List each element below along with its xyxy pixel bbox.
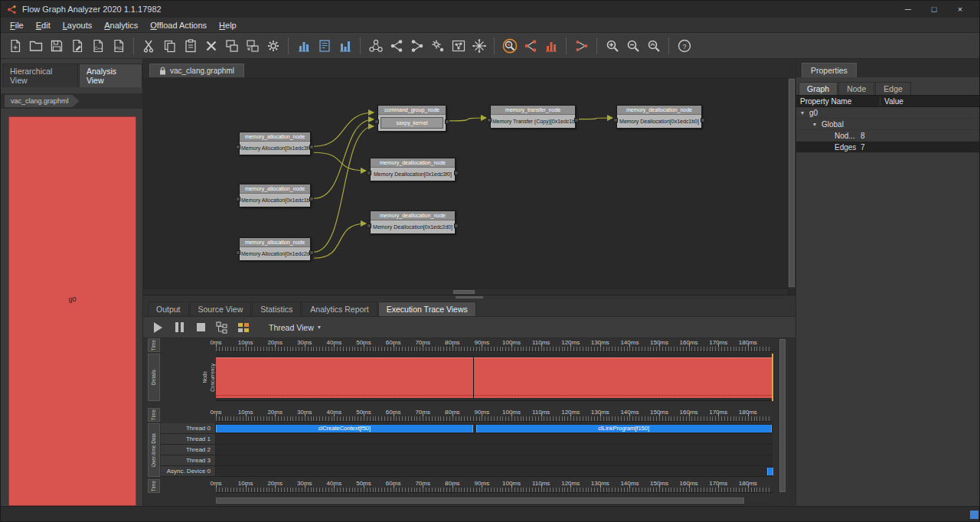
- expand-tree-button[interactable]: [214, 319, 230, 336]
- scrollbar-thumb[interactable]: [216, 498, 744, 504]
- graph-node-command-group[interactable]: command_group_nodesaxpy_kernel: [377, 105, 446, 132]
- thread-lane[interactable]: [216, 434, 773, 444]
- graph-node-dealloc-2d0[interactable]: memory_deallocation_nodeMemory Deallocat…: [370, 210, 456, 234]
- bar-chart-icon: [338, 38, 353, 54]
- properties-tab[interactable]: Properties: [802, 63, 857, 77]
- toolbar-statistics-red-button[interactable]: [541, 35, 561, 56]
- thread-lane[interactable]: [216, 445, 773, 455]
- toolbar-preferences-gear-button[interactable]: [263, 35, 283, 56]
- graph-node-alloc-1b0[interactable]: memory_allocation_nodeMemory Allocation[…: [239, 184, 311, 207]
- toolbar-open-file-button[interactable]: [25, 35, 46, 56]
- trace-event[interactable]: [767, 468, 773, 475]
- panel-tab-statistics[interactable]: Statistics: [252, 302, 301, 316]
- expander-icon[interactable]: ▾: [801, 109, 809, 116]
- stop-button[interactable]: [192, 319, 209, 336]
- thread-lane[interactable]: clCreateContext[f50]clLinkProgram[f150]: [216, 423, 773, 433]
- scrollbar-thumb[interactable]: [453, 290, 475, 294]
- panel-tab-output[interactable]: Output: [148, 302, 189, 316]
- properties-tab-node[interactable]: Node: [838, 82, 874, 95]
- toolbar-export-png-button[interactable]: PNG: [108, 35, 129, 56]
- toolbar-graph-window-button[interactable]: [448, 35, 469, 56]
- view-tab-hierarchical-view[interactable]: Hierarchical View: [2, 64, 78, 87]
- toolbar-critical-path-highlight-button[interactable]: [499, 35, 520, 56]
- toolbar-layout-graph-button[interactable]: [386, 35, 407, 56]
- section-label-time-4: Time: [148, 479, 160, 493]
- panel-tab-analytics-report[interactable]: Analytics Report: [302, 302, 377, 316]
- zoom-fit-icon: [646, 38, 662, 54]
- color-legend-button[interactable]: [235, 319, 252, 336]
- play-button[interactable]: [149, 319, 166, 336]
- view-tab-analysis-view[interactable]: Analysis View: [79, 64, 142, 87]
- toolbar-compare-report-button[interactable]: [314, 35, 335, 56]
- toolbar-cut-button[interactable]: [139, 35, 159, 56]
- toolbar-layout-graph-alt-button[interactable]: [407, 35, 427, 56]
- menu-item-file[interactable]: File: [4, 19, 30, 31]
- graph-node-alloc-3f0[interactable]: memory_allocation_nodeMemory Allocation[…: [239, 132, 311, 155]
- trace-horizontal-scrollbar[interactable]: [216, 497, 773, 504]
- property-row-global[interactable]: ▾Global: [796, 119, 980, 130]
- close-button[interactable]: ×: [947, 1, 973, 18]
- concurrency-chart[interactable]: [216, 354, 773, 401]
- menu-item-edit[interactable]: Edit: [30, 19, 57, 31]
- toolbar-help-button[interactable]: ?: [674, 35, 694, 56]
- save-file-icon: [49, 38, 64, 54]
- resize-grip[interactable]: [970, 511, 978, 519]
- toolbar-network-graph-button[interactable]: [469, 35, 489, 56]
- thread-lane[interactable]: [216, 466, 773, 476]
- menu-item-layouts[interactable]: Layouts: [57, 19, 99, 31]
- toolbar-edit-export-button[interactable]: [67, 35, 87, 56]
- toolbar-copy-button[interactable]: [159, 35, 180, 56]
- toolbar-graph-analytics-button[interactable]: [520, 35, 541, 56]
- graph-node-dealloc-1b0[interactable]: memory_deallocation_nodeMemory Deallocat…: [616, 105, 702, 129]
- toolbar-paste-button[interactable]: [180, 35, 201, 56]
- expander-icon[interactable]: ▾: [813, 121, 822, 128]
- pause-button[interactable]: [171, 319, 188, 336]
- panel-splitter[interactable]: [143, 295, 795, 300]
- node-label: saxpy_kernel: [378, 115, 446, 131]
- trace-event[interactable]: clCreateContext[f50]: [216, 425, 473, 432]
- toolbar-zoom-out-button[interactable]: [622, 35, 643, 56]
- toolbar-save-file-button[interactable]: [46, 35, 67, 56]
- document-tab[interactable]: vac_clang.graphml: [149, 64, 244, 77]
- thread-row-thread-1: Thread 1: [161, 434, 773, 445]
- graph-minimap[interactable]: g0: [8, 116, 136, 506]
- graph-canvas[interactable]: memory_allocation_nodeMemory Allocation[…: [143, 77, 795, 295]
- toolbar-new-file-button[interactable]: [5, 35, 25, 56]
- toolbar-delete-button[interactable]: [201, 35, 221, 56]
- toolbar-ungroup-window-button[interactable]: [242, 35, 263, 56]
- properties-tab-edge[interactable]: Edge: [875, 82, 911, 95]
- property-row-g0[interactable]: ▾g0: [796, 107, 980, 119]
- graph-node-alloc-2d0[interactable]: memory_allocation_nodeMemory Allocation[…: [239, 237, 311, 261]
- canvas-vertical-scrollbar[interactable]: [787, 77, 795, 289]
- panel-tab-execution-trace-views[interactable]: Execution Trace Views: [378, 302, 476, 316]
- toolbar-histogram-chart-button[interactable]: [293, 35, 314, 56]
- toolbar-group-window-button[interactable]: [221, 35, 242, 56]
- graph-node-transfer-1b0[interactable]: memory_transfer_nodeMemory Transfer (Cop…: [490, 105, 576, 129]
- menu-item-analytics[interactable]: Analytics: [98, 19, 144, 31]
- toolbar-rule-engine-gear-button[interactable]: [427, 35, 448, 56]
- scrollbar-thumb[interactable]: [789, 79, 795, 287]
- main-area: Hierarchical ViewAnalysis View vac_clang…: [1, 59, 980, 507]
- menu-item-offload-actions[interactable]: Offload Actions: [144, 19, 213, 31]
- property-row-nod[interactable]: Nod...8: [796, 130, 980, 142]
- toolbar-export-cpp-button[interactable]: C++: [87, 35, 108, 56]
- canvas-horizontal-scrollbar[interactable]: [143, 289, 787, 295]
- toolbar-zoom-in-button[interactable]: [602, 35, 622, 56]
- thread-lane[interactable]: [216, 455, 773, 465]
- trace-event[interactable]: clLinkProgram[f150]: [476, 425, 772, 432]
- graph-node-dealloc-3f0[interactable]: memory_deallocation_nodeMemory Deallocat…: [370, 158, 456, 181]
- toolbar-topology-graph-button[interactable]: [365, 35, 386, 56]
- menu-item-help[interactable]: Help: [213, 19, 243, 31]
- toolbar-compare-graphs-button[interactable]: [571, 35, 592, 56]
- toolbar-zoom-fit-button[interactable]: [643, 35, 664, 56]
- breadcrumb-graph-chip[interactable]: vac_clang.graphml: [5, 95, 80, 107]
- properties-tab-graph[interactable]: Graph: [799, 82, 838, 95]
- scrollbar-thumb[interactable]: [779, 339, 786, 492]
- minimize-button[interactable]: ─: [895, 1, 921, 18]
- maximize-button[interactable]: □: [921, 1, 947, 18]
- view-mode-dropdown[interactable]: Thread View ▾: [264, 321, 325, 334]
- panel-tab-source-view[interactable]: Source View: [190, 302, 252, 316]
- trace-vertical-scrollbar[interactable]: [779, 338, 786, 493]
- toolbar-bar-chart-button[interactable]: [335, 35, 355, 56]
- property-row-edges[interactable]: Edges7: [796, 142, 980, 153]
